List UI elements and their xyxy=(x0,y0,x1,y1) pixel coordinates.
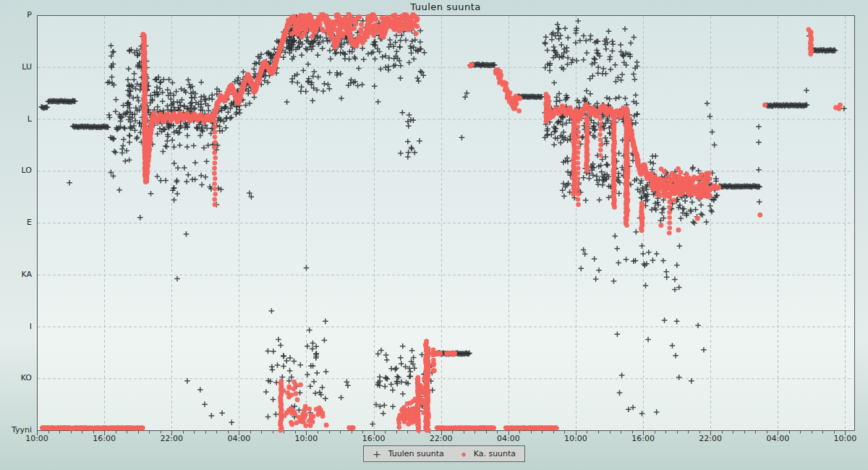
legend: + Tuulen suunta ◆ Ka. suunta xyxy=(363,445,525,462)
wind-direction-chart: Tuulen suunta PLULLOEKAIKOTyyni 10:0016:… xyxy=(0,0,868,470)
legend-label-avg: Ka. suunta xyxy=(474,449,516,458)
diamond-marker-icon: ◆ xyxy=(461,450,467,458)
chart-canvas xyxy=(0,0,868,470)
plus-marker-icon: + xyxy=(373,450,381,458)
legend-label-wind: Tuulen suunta xyxy=(388,449,454,458)
